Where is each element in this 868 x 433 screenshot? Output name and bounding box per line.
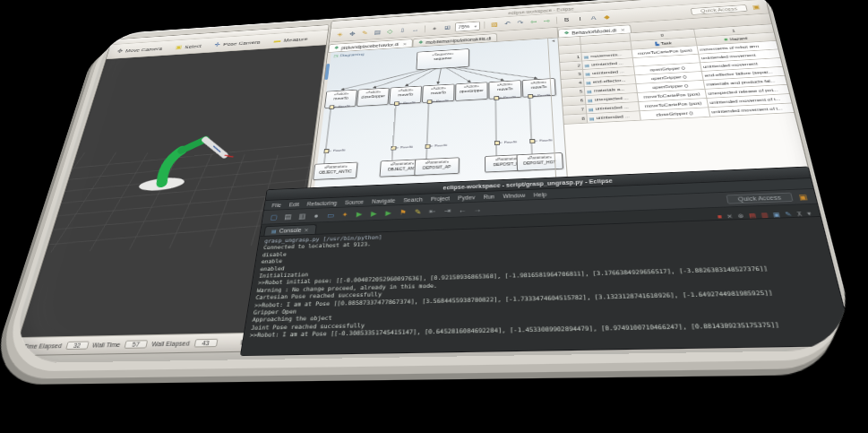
menu-help[interactable]: Help bbox=[534, 191, 547, 197]
route-icon[interactable]: ◇ bbox=[384, 27, 395, 35]
menu-project[interactable]: Project bbox=[431, 195, 450, 202]
pydev-edit-icon[interactable]: ✎ bbox=[412, 206, 424, 216]
node-name: moveTo bbox=[423, 90, 453, 96]
action-node-opengripper[interactable]: «Action» openGripper bbox=[455, 82, 488, 100]
combo-caret-icon: ▾ bbox=[475, 23, 477, 28]
time-elapsed-label: Time Elapsed bbox=[22, 342, 63, 350]
forward-history-icon[interactable]: → bbox=[472, 204, 484, 214]
quick-access-field[interactable]: Quick Access bbox=[726, 193, 793, 204]
node-name: openGripper bbox=[456, 88, 486, 94]
measure-button[interactable]: ▬ Measure bbox=[271, 35, 312, 45]
port-label: c: PoseSt bbox=[500, 140, 517, 144]
console-icon: ▤ bbox=[271, 228, 278, 233]
pose-camera-button[interactable]: ✛ Pose Camera bbox=[211, 38, 263, 48]
back-icon[interactable]: ⇦ bbox=[529, 18, 539, 26]
pin-console-icon[interactable]: ⊼ bbox=[796, 211, 804, 217]
new-wizard-icon[interactable]: ▢ bbox=[268, 212, 279, 221]
pose-camera-label: Pose Camera bbox=[223, 39, 261, 48]
sort-icon: ▙ bbox=[655, 42, 659, 47]
row-name[interactable]: ▤unintended ... bbox=[587, 111, 640, 123]
palette-icon[interactable]: ▤ bbox=[372, 28, 382, 36]
origin-cell[interactable]: electr... bbox=[788, 82, 815, 94]
toolbar-separator bbox=[484, 22, 485, 29]
zoom-level-value: 75% bbox=[458, 24, 469, 29]
menu-window[interactable]: Window bbox=[503, 192, 526, 198]
save-icon[interactable]: ▤ bbox=[282, 212, 294, 221]
font-color-icon[interactable]: A bbox=[588, 13, 599, 22]
element-icon: ▤ bbox=[584, 54, 589, 58]
origin-cell[interactable]: mecha... bbox=[784, 65, 815, 76]
action-node-closegripper[interactable]: «Action» closeGripper bbox=[357, 88, 390, 107]
quick-access-field[interactable]: Quick Access bbox=[691, 4, 748, 15]
move-camera-button[interactable]: ✥ Move Camera bbox=[113, 44, 166, 55]
external-tools-icon[interactable]: ⚑ bbox=[398, 207, 409, 217]
scroll-lock-icon[interactable]: ▣ bbox=[772, 212, 780, 218]
move-tool-icon[interactable]: ✥ bbox=[347, 30, 357, 38]
undo-icon[interactable]: ↶ bbox=[502, 20, 512, 28]
sequence-root-node[interactable]: «Sequence» sequence bbox=[416, 48, 468, 70]
run-icon[interactable]: ▶ bbox=[354, 209, 365, 219]
save-all-icon[interactable]: ▥ bbox=[296, 211, 307, 221]
tab-console[interactable]: ▤ Console ✕ bbox=[263, 224, 316, 236]
origin-cell[interactable]: mecha... bbox=[786, 74, 815, 85]
close-tab-icon[interactable]: ✕ bbox=[621, 27, 625, 31]
word-wrap-icon[interactable]: ✎ bbox=[785, 211, 792, 217]
parameter-node-object-antic[interactable]: «Parameter» OBJECT_ANTIC bbox=[313, 162, 357, 180]
snap-grid-icon[interactable]: ⊞ bbox=[442, 23, 452, 31]
perspective-icon[interactable]: ▣ bbox=[795, 191, 811, 202]
origin-cell[interactable]: mecha... bbox=[793, 101, 815, 113]
edit-tool-icon[interactable]: ✎ bbox=[359, 29, 370, 37]
fill-color-icon[interactable]: ◆ bbox=[601, 13, 613, 22]
papyrus-model-icon: ❖ bbox=[334, 46, 339, 51]
remove-terminated-icon[interactable]: ▥ bbox=[761, 212, 769, 218]
column-index[interactable]: 2 bbox=[772, 24, 814, 32]
origin-cell[interactable]: mecha... bbox=[790, 91, 815, 103]
zoom-tool-icon[interactable]: ⌖ bbox=[429, 24, 440, 32]
clear-console-icon[interactable]: ▤ bbox=[749, 212, 757, 219]
select-button[interactable]: ▣ Select bbox=[172, 42, 205, 52]
italic-icon[interactable]: I bbox=[574, 14, 586, 23]
next-annotation-icon[interactable]: ⇥ bbox=[442, 205, 453, 215]
back-history-icon[interactable]: ← bbox=[457, 204, 468, 214]
redo-icon[interactable]: ↷ bbox=[515, 19, 526, 27]
eclipse-console-window: eclipse-workspace - script/grasp_ungrasp… bbox=[240, 167, 855, 357]
console-output[interactable]: grasp_ungrasp.py [/usr/bin/python] Conne… bbox=[241, 217, 853, 355]
validate-icon[interactable]: ✳ bbox=[334, 30, 345, 39]
remove-all-launches-icon[interactable]: ⊗ bbox=[737, 212, 744, 219]
element-icon: ▤ bbox=[584, 63, 589, 67]
console-view-icon[interactable]: ▭ bbox=[324, 210, 336, 220]
wall-time-value: 57 bbox=[124, 340, 148, 349]
menu-pydev[interactable]: Pydev bbox=[458, 195, 475, 201]
close-tab-icon[interactable]: ✕ bbox=[304, 227, 309, 232]
profile-icon[interactable]: ▶ bbox=[382, 207, 394, 217]
node-name: moveTo bbox=[489, 86, 520, 92]
menu-run[interactable]: Run bbox=[484, 194, 495, 200]
perspective-icon[interactable]: ▣ bbox=[750, 3, 763, 12]
previous-annotation-icon[interactable]: ⇤ bbox=[427, 206, 439, 216]
menu-refactoring[interactable]: Refactoring bbox=[306, 200, 337, 206]
new-launch-icon[interactable]: ✦ bbox=[339, 209, 350, 219]
menu-edit[interactable]: Edit bbox=[288, 201, 299, 206]
menu-file[interactable]: File bbox=[271, 202, 281, 207]
parameter-node-deposit-ap[interactable]: «Parameter» DEPOSIT_AP bbox=[414, 157, 460, 176]
bold-icon[interactable]: B bbox=[561, 15, 572, 24]
forward-icon[interactable]: ⇨ bbox=[541, 17, 553, 26]
menu-navigate[interactable]: Navigate bbox=[372, 197, 396, 204]
import-icon[interactable]: ⇩ bbox=[397, 26, 408, 34]
origin-cell[interactable]: mecha... bbox=[777, 39, 815, 49]
remove-launch-icon[interactable]: ✕ bbox=[726, 213, 734, 220]
menu-search[interactable]: Search bbox=[403, 196, 423, 203]
terminate-icon[interactable]: ■ bbox=[717, 213, 722, 220]
run-last-icon[interactable]: ▶ bbox=[368, 208, 380, 218]
close-tab-icon[interactable]: ✕ bbox=[403, 41, 408, 46]
open-console-icon[interactable]: ▾ bbox=[806, 211, 812, 217]
diagram-icon: ◳ bbox=[334, 53, 339, 57]
outline-icon[interactable]: ▧ bbox=[489, 21, 500, 29]
debug-icon[interactable]: ● bbox=[310, 211, 322, 221]
resize-icon[interactable]: ↔ bbox=[410, 25, 421, 33]
zoom-level-combo[interactable]: 75% ▾ bbox=[455, 21, 480, 31]
origin-cell[interactable]: mecha... bbox=[781, 56, 815, 66]
column-header-origin[interactable]: ✱Origin bbox=[775, 30, 815, 41]
origin-cell[interactable]: mecha... bbox=[779, 47, 815, 57]
menu-source[interactable]: Source bbox=[345, 199, 364, 205]
